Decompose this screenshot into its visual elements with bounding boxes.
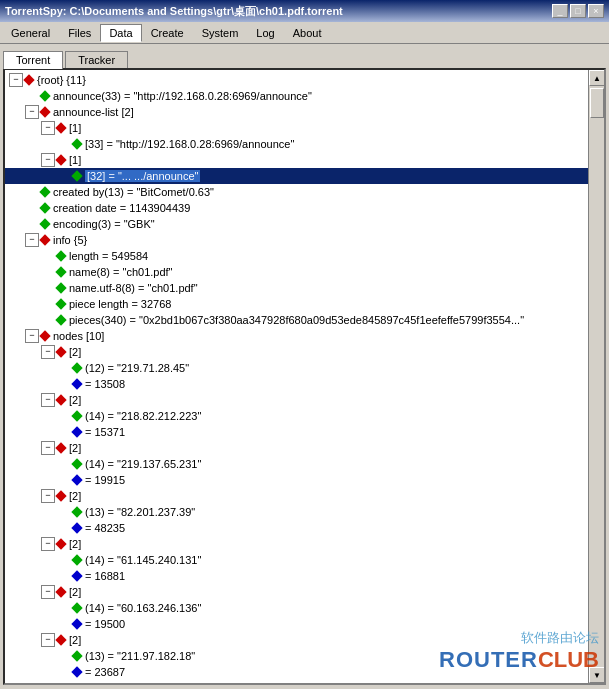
tree-item-text: name.utf-8(8) = "ch01.pdf" [69, 282, 198, 294]
tree-row[interactable]: (13) = "211.97.182.18" [5, 648, 588, 664]
tree-row[interactable]: (14) = "60.163.246.136" [5, 600, 588, 616]
tree-expander[interactable]: − [41, 153, 55, 167]
menu-log[interactable]: Log [247, 24, 283, 42]
tree-row[interactable]: [33] = "http://192.168.0.28:6969/announc… [5, 136, 588, 152]
menu-general[interactable]: General [2, 24, 59, 42]
tree-icon [57, 315, 67, 325]
tree-icon [73, 667, 83, 677]
tree-item-text: piece length = 32768 [69, 298, 171, 310]
tree-row[interactable]: [32] = "... .../announce" [5, 168, 588, 184]
tree-icon [73, 555, 83, 565]
tree-row[interactable]: −[2] [5, 488, 588, 504]
tree-icon [73, 651, 83, 661]
tree-item-text: [2] [69, 394, 81, 406]
tree-expander[interactable]: − [41, 585, 55, 599]
scrollbar[interactable]: ▲ ▼ [588, 70, 604, 683]
tree-expander[interactable]: − [25, 329, 39, 343]
tree-row[interactable]: piece length = 32768 [5, 296, 588, 312]
tree-row[interactable]: = 48235 [5, 520, 588, 536]
close-button[interactable]: × [588, 4, 604, 18]
tree-item-text: info {5} [53, 234, 87, 246]
tree-row[interactable]: −announce-list [2] [5, 104, 588, 120]
tree-icon [57, 395, 67, 405]
title-bar: TorrentSpy: C:\Documents and Settings\gt… [0, 0, 609, 22]
tree-expander[interactable]: − [41, 441, 55, 455]
tree-row[interactable]: = 16881 [5, 568, 588, 584]
tree-row[interactable]: −[2] [5, 632, 588, 648]
menu-data[interactable]: Data [100, 24, 141, 42]
tree-container[interactable]: −{root} {11}announce(33) = "http://192.1… [5, 70, 588, 683]
tree-row[interactable]: = 19915 [5, 472, 588, 488]
tree-row[interactable]: (14) = "61.145.240.131" [5, 552, 588, 568]
scroll-up-button[interactable]: ▲ [589, 70, 605, 86]
tree-row[interactable]: −[2] [5, 440, 588, 456]
menu-system[interactable]: System [193, 24, 248, 42]
tree-item-text: (14) = "219.137.65.231" [85, 458, 201, 470]
tree-row[interactable]: −[1] [5, 152, 588, 168]
tree-expander[interactable]: − [41, 537, 55, 551]
tree-row[interactable]: = 23687 [5, 664, 588, 680]
tree-row[interactable]: = 13508 [5, 376, 588, 392]
tree-item-text: = 15371 [85, 426, 125, 438]
tree-icon [57, 587, 67, 597]
tree-item-text: created by(13) = "BitComet/0.63" [53, 186, 214, 198]
tree-expander[interactable]: − [41, 345, 55, 359]
tree-row[interactable]: = 15371 [5, 424, 588, 440]
tree-item-text: [1] [69, 154, 81, 166]
window-title: TorrentSpy: C:\Documents and Settings\gt… [5, 4, 343, 19]
tree-item-text: = 13508 [85, 378, 125, 390]
tree-row[interactable]: −[1] [5, 120, 588, 136]
menu-create[interactable]: Create [142, 24, 193, 42]
tree-row[interactable]: (14) = "218.82.212.223" [5, 408, 588, 424]
tree-row[interactable]: name.utf-8(8) = "ch01.pdf" [5, 280, 588, 296]
tree-row[interactable]: created by(13) = "BitComet/0.63" [5, 184, 588, 200]
tree-item-text: [2] [69, 442, 81, 454]
tree-icon [73, 475, 83, 485]
tree-row[interactable]: length = 549584 [5, 248, 588, 264]
tree-row[interactable]: encoding(3) = "GBK" [5, 216, 588, 232]
tree-expander[interactable]: − [41, 633, 55, 647]
tree-item-text: [2] [69, 346, 81, 358]
tree-row[interactable]: (14) = "219.137.65.231" [5, 456, 588, 472]
tree-item-text: = 16881 [85, 570, 125, 582]
scroll-down-button[interactable]: ▼ [589, 667, 605, 683]
tree-row[interactable]: creation date = 1143904439 [5, 200, 588, 216]
tree-row[interactable]: announce(33) = "http://192.168.0.28:6969… [5, 88, 588, 104]
tree-row[interactable]: −{root} {11} [5, 72, 588, 88]
menu-about[interactable]: About [284, 24, 331, 42]
scroll-thumb[interactable] [590, 88, 604, 118]
tree-row[interactable]: −[2] [5, 536, 588, 552]
tree-expander[interactable]: − [25, 105, 39, 119]
tree-expander[interactable]: − [9, 73, 23, 87]
tree-icon [41, 235, 51, 245]
minimize-button[interactable]: _ [552, 4, 568, 18]
tree-expander[interactable]: − [25, 233, 39, 247]
tree-row[interactable]: −nodes [10] [5, 328, 588, 344]
tree-row[interactable]: (12) = "219.71.28.45" [5, 360, 588, 376]
tree-item-text: [2] [69, 634, 81, 646]
tree-row[interactable]: (13) = "82.201.237.39" [5, 504, 588, 520]
tree-icon [73, 619, 83, 629]
tree-row[interactable]: = 19500 [5, 616, 588, 632]
tree-expander[interactable]: − [41, 121, 55, 135]
tree-expander[interactable]: − [41, 489, 55, 503]
tab-tracker[interactable]: Tracker [65, 51, 128, 68]
tree-item-text: = 23687 [85, 666, 125, 678]
tree-row[interactable]: pieces(340) = "0x2bd1b067c3f380aa347928f… [5, 312, 588, 328]
menu-files[interactable]: Files [59, 24, 100, 42]
tree-icon [41, 187, 51, 197]
tree-row[interactable]: −info {5} [5, 232, 588, 248]
tree-icon [57, 443, 67, 453]
tab-torrent[interactable]: Torrent [3, 51, 63, 69]
tree-item-text: (14) = "61.145.240.131" [85, 554, 201, 566]
tree-row[interactable]: −[2] [5, 344, 588, 360]
tree-row[interactable]: name(8) = "ch01.pdf" [5, 264, 588, 280]
tree-expander[interactable]: − [41, 393, 55, 407]
tree-row[interactable]: −[2] [5, 584, 588, 600]
tree-icon [73, 379, 83, 389]
maximize-button[interactable]: □ [570, 4, 586, 18]
tree-row[interactable]: −[2] [5, 392, 588, 408]
tree-icon [57, 635, 67, 645]
scroll-track[interactable] [589, 86, 604, 667]
tree-icon [41, 331, 51, 341]
